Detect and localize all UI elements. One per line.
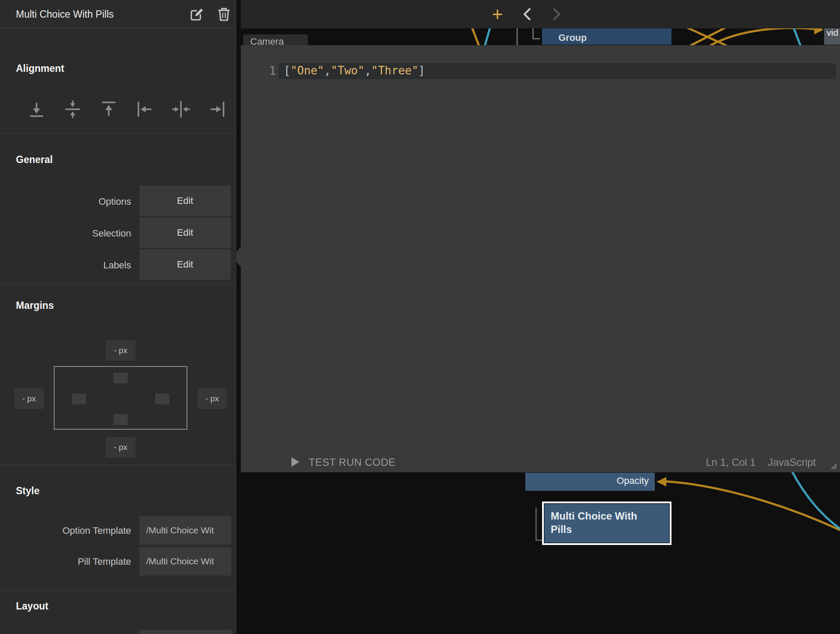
code-editor-popover: 1 ["One","Two","Three"] TEST RUN CODE Ln… <box>241 45 840 472</box>
align-horizontal-center-icon[interactable] <box>171 99 191 119</box>
code-token: [ <box>284 64 291 77</box>
back-chevron-icon[interactable] <box>517 4 537 24</box>
alignment-heading: Alignment <box>16 63 64 74</box>
panel-title: Multi Choice With Pills <box>16 0 114 28</box>
style-heading: Style <box>16 485 40 497</box>
resize-grip[interactable] <box>829 462 837 470</box>
alignment-toolbar <box>27 97 227 121</box>
margins-heading: Margins <box>16 300 54 311</box>
node-multi-choice-with-pills[interactable]: Multi Choice With Pills <box>542 502 671 545</box>
align-right-icon[interactable] <box>207 99 227 119</box>
labels-label: Labels <box>17 260 131 271</box>
code-token: ] <box>418 64 425 77</box>
margin-right-input[interactable]: - px <box>197 388 227 409</box>
margin-bottom-input[interactable]: - px <box>106 437 135 458</box>
option-template-label: Option Template <box>17 525 131 536</box>
panel-header: Multi Choice With Pills <box>0 0 236 28</box>
layout-heading: Layout <box>16 600 48 612</box>
code-token: "One" <box>291 64 324 77</box>
section-divider <box>0 284 236 284</box>
language-label[interactable]: JavaScript <box>768 456 816 468</box>
code-token: , <box>324 64 331 77</box>
node-group[interactable]: Group <box>542 28 671 45</box>
node-label: Multi Choice With Pills <box>551 509 641 536</box>
general-heading: General <box>16 154 53 166</box>
margin-left-input[interactable]: - px <box>14 388 44 409</box>
code-line[interactable]: ["One","Two","Three"] <box>284 64 425 77</box>
graph-toolbar: + <box>241 0 840 28</box>
trash-icon[interactable] <box>215 6 233 23</box>
margins-diagram <box>54 366 187 430</box>
properties-panel: Multi Choice With Pills Alignment <box>0 0 236 634</box>
forward-chevron-icon[interactable] <box>547 4 567 24</box>
align-left-icon[interactable] <box>135 99 155 119</box>
align-vertical-center-icon[interactable] <box>63 99 83 119</box>
code-token: "Two" <box>331 64 365 77</box>
run-play-icon[interactable] <box>291 457 299 467</box>
margin-bottom-port[interactable] <box>113 414 128 425</box>
add-node-button[interactable]: + <box>487 4 507 24</box>
layout-field-partial[interactable] <box>139 630 231 634</box>
section-divider <box>0 590 236 591</box>
margin-top-input[interactable]: - px <box>106 340 135 361</box>
labels-edit-button[interactable]: Edit <box>139 249 231 280</box>
code-token: , <box>365 64 371 77</box>
options-label: Options <box>17 196 131 207</box>
pill-template-field[interactable]: /Multi Choice Wit <box>139 547 231 576</box>
edit-icon[interactable] <box>188 6 205 23</box>
section-divider <box>0 465 236 465</box>
test-run-code-button[interactable]: TEST RUN CODE <box>309 456 395 468</box>
selection-label: Selection <box>17 228 131 239</box>
align-top-icon[interactable] <box>99 99 119 119</box>
align-bottom-icon[interactable] <box>27 99 46 119</box>
margin-top-port[interactable] <box>113 372 128 383</box>
line-number: 1 <box>262 65 276 77</box>
option-template-field[interactable]: /Multi Choice Wit <box>139 516 231 545</box>
margin-left-port[interactable] <box>72 394 86 404</box>
margin-right-port[interactable] <box>155 394 169 404</box>
code-editor-status-bar: TEST RUN CODE Ln 1, Col 1 JavaScript <box>241 451 840 472</box>
code-token: "Three" <box>371 64 419 77</box>
selection-edit-button[interactable]: Edit <box>139 217 231 248</box>
options-edit-button[interactable]: Edit <box>139 185 231 216</box>
cursor-position: Ln 1, Col 1 <box>706 456 756 468</box>
pill-template-label: Pill Template <box>17 556 131 567</box>
node-opacity[interactable]: Opacity <box>525 473 655 491</box>
section-divider <box>0 133 236 134</box>
